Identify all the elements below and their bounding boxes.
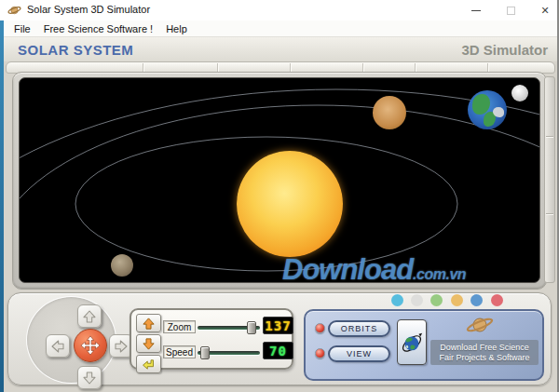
minimize-icon	[471, 10, 481, 11]
saturn-icon	[464, 313, 496, 338]
maximize-button[interactable]	[497, 0, 525, 20]
close-button[interactable]: ✕	[531, 0, 559, 20]
pan-down-button[interactable]	[77, 366, 102, 389]
speed-slider-thumb[interactable]	[200, 346, 210, 359]
direction-pad	[26, 296, 116, 384]
body-earth	[468, 90, 507, 129]
right-arrow-icon	[114, 339, 129, 354]
orbits-indicator-led	[315, 323, 325, 333]
window-accent-border	[0, 20, 4, 392]
menu-help[interactable]: Help	[159, 21, 194, 36]
zoom-value-display: 137	[263, 317, 293, 334]
left-arrow-icon	[50, 339, 65, 354]
menu-free-science-software[interactable]: Free Science Software !	[37, 21, 159, 36]
orange-up-arrow-icon	[142, 317, 156, 331]
body-venus	[373, 96, 406, 129]
menu-bar: File Free Science Software ! Help	[0, 20, 559, 37]
return-arrow-icon	[142, 358, 156, 372]
side-grip-strip	[544, 76, 555, 283]
speed-label: Speed	[163, 345, 196, 358]
app-window: Solar System 3D Simulator ✕ File Free Sc…	[0, 0, 559, 392]
body-mercury	[111, 254, 133, 277]
promo-line2: Fair Projects & Software	[439, 353, 529, 363]
body-moon	[511, 85, 528, 101]
down-arrow-icon	[82, 371, 97, 385]
zoom-slider[interactable]	[198, 326, 260, 330]
speed-slider[interactable]	[198, 351, 260, 355]
view-indicator-led	[315, 348, 325, 358]
display-bezel	[12, 72, 547, 290]
maximize-icon	[507, 7, 515, 15]
minimize-button[interactable]	[462, 0, 490, 20]
menu-file[interactable]: File	[7, 21, 37, 36]
zoom-speed-panel: Zoom 137 Speed 70	[130, 308, 293, 370]
download-promo-link[interactable]: Download Free Science Fair Projects & So…	[430, 340, 539, 365]
zoom-slider-thumb[interactable]	[247, 321, 256, 334]
app-subtitle: 3D Simulator	[461, 42, 548, 58]
speed-value-display: 70	[263, 342, 293, 359]
grip-mark	[546, 213, 553, 214]
up-arrow-icon	[82, 309, 97, 324]
pan-left-button[interactable]	[46, 334, 70, 358]
header-banner: SOLAR SYSTEM 3D Simulator	[4, 37, 559, 61]
space-view[interactable]	[19, 77, 540, 283]
reset-button[interactable]	[136, 355, 161, 373]
view-button[interactable]: VIEW	[328, 345, 390, 362]
move-all-directions-icon	[80, 335, 101, 356]
body-sun	[237, 151, 343, 257]
app-title: SOLAR SYSTEM	[18, 42, 133, 58]
rotating-earth-icon	[400, 327, 424, 358]
options-panel: ORBITS VIEW Download Free Science	[304, 309, 544, 381]
earth-view-button[interactable]	[397, 319, 427, 365]
zoom-out-button[interactable]	[136, 334, 161, 353]
orange-down-arrow-icon	[142, 337, 156, 351]
grip-mark	[546, 136, 553, 137]
saturn-app-icon	[7, 4, 21, 17]
window-title: Solar System 3D Simulator	[27, 4, 150, 15]
close-icon: ✕	[540, 6, 549, 16]
zoom-label: Zoom	[163, 320, 196, 333]
zoom-in-button[interactable]	[136, 314, 161, 332]
title-bar[interactable]: Solar System 3D Simulator ✕	[0, 0, 559, 20]
orbits-button[interactable]: ORBITS	[328, 320, 390, 337]
control-panel: Zoom 137 Speed 70 ORBITS VIEW	[7, 292, 552, 385]
center-move-button[interactable]	[74, 329, 107, 362]
pan-up-button[interactable]	[77, 304, 102, 328]
promo-line1: Download Free Science	[440, 343, 529, 353]
